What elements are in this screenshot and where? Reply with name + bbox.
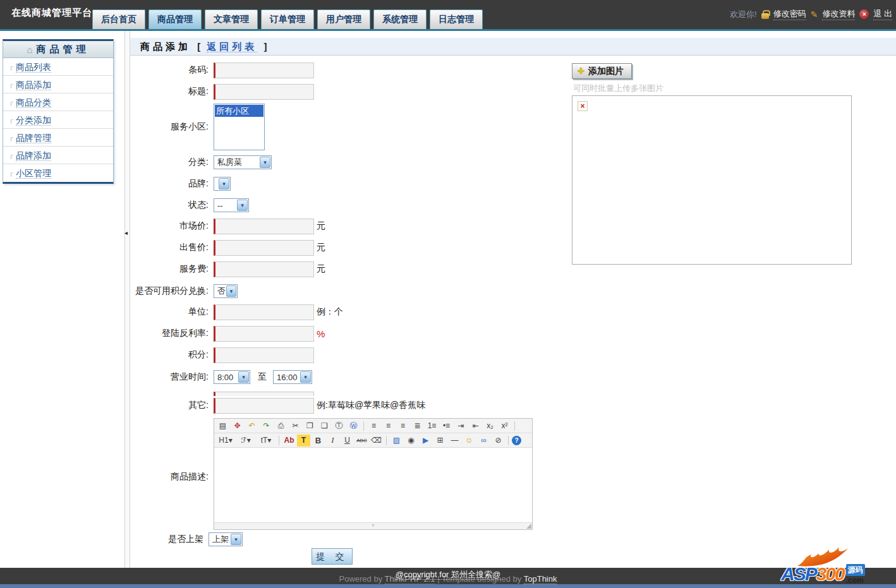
heading-icon[interactable]: H1▾: [216, 435, 235, 447]
points-input[interactable]: [214, 347, 314, 363]
image-icon[interactable]: ▧: [390, 435, 403, 447]
points-exchange-label: 是否可用积分兑换:: [0, 285, 214, 297]
title-input[interactable]: [214, 84, 314, 100]
table-icon[interactable]: ⊞: [433, 435, 447, 447]
change-password-link[interactable]: 修改密码: [773, 8, 806, 20]
link-icon[interactable]: ∞: [477, 435, 490, 447]
row-market-price: 市场价: 元: [0, 218, 325, 234]
toolbar-separator: [514, 421, 515, 431]
help-icon[interactable]: ?: [512, 436, 521, 445]
nav-tab[interactable]: 系统管理: [373, 9, 427, 29]
watermark-300: 300: [816, 563, 844, 585]
other-input[interactable]: [214, 398, 314, 414]
rebate-input[interactable]: [214, 326, 314, 342]
outdent-icon[interactable]: ⇤: [469, 420, 482, 432]
description-textarea[interactable]: [214, 448, 532, 522]
superscript-icon[interactable]: x²: [498, 420, 511, 432]
nav-tabs: 后台首页 商品管理 文章管理 订单管理 用户管理 系统管理 日志管理: [92, 9, 483, 29]
emoticon-icon[interactable]: ☺: [463, 435, 476, 447]
media-icon[interactable]: ▶: [419, 435, 432, 447]
service-area-listbox[interactable]: 所有小区: [214, 104, 265, 150]
paste-text-icon[interactable]: Ⓣ: [332, 420, 346, 432]
sale-price-input[interactable]: [214, 240, 314, 256]
nav-underline: [0, 29, 896, 31]
toolbar-separator: [508, 436, 509, 445]
unordered-list-icon[interactable]: •≡: [440, 420, 453, 432]
category-select[interactable]: 私房菜 ▾: [214, 155, 272, 169]
description-label: 商品描述:: [0, 471, 214, 483]
align-justify-icon[interactable]: ≣: [411, 420, 424, 432]
row-status: 状态: -- ▾: [0, 197, 249, 213]
ordered-list-icon[interactable]: 1≡: [425, 420, 439, 432]
submit-button[interactable]: 提 交: [312, 548, 353, 565]
copy-icon[interactable]: ❐: [303, 420, 317, 432]
hours-to-value: 16:00: [277, 373, 298, 382]
redo-icon[interactable]: ↷: [260, 420, 273, 432]
listbox-option-selected[interactable]: 所有小区: [215, 105, 263, 117]
nav-tab[interactable]: 商品管理: [148, 9, 202, 29]
hr-icon[interactable]: —: [448, 435, 461, 447]
unlink-icon[interactable]: ⊘: [492, 435, 505, 447]
subscript-icon[interactable]: x₂: [483, 420, 497, 432]
nav-tab[interactable]: 订单管理: [261, 9, 314, 29]
editor-statusbar: ÷: [214, 522, 532, 529]
header-bar: 在线商城管理平台 后台首页 商品管理 文章管理 订单管理 用户管理 系统管理 日…: [0, 0, 896, 29]
nav-tab[interactable]: 日志管理: [430, 9, 483, 29]
align-left-icon[interactable]: ≡: [367, 420, 380, 432]
undo-icon[interactable]: ↶: [245, 420, 258, 432]
row-barcode: 条码:: [0, 62, 314, 78]
nav-tab[interactable]: 用户管理: [317, 9, 370, 29]
status-select[interactable]: -- ▾: [214, 198, 249, 212]
flash-icon[interactable]: ◉: [404, 435, 418, 447]
service-fee-input[interactable]: [214, 261, 314, 277]
indent-icon[interactable]: ⇥: [454, 420, 468, 432]
nav-tab[interactable]: 文章管理: [205, 9, 258, 29]
onshelf-select[interactable]: 上架 ▾: [209, 532, 243, 546]
source-icon[interactable]: ▤: [216, 420, 229, 432]
fullscreen-icon[interactable]: ✥: [231, 420, 244, 432]
resize-handle-icon[interactable]: ÷: [372, 522, 375, 529]
highlight-icon[interactable]: T: [297, 435, 310, 447]
print-icon[interactable]: ⎙: [274, 420, 288, 432]
cut-icon[interactable]: ✂: [289, 420, 302, 432]
chevron-down-icon: ▾: [231, 534, 241, 545]
back-to-list-link[interactable]: 返回列表: [207, 41, 257, 52]
hours-from-select[interactable]: 8:00 ▾: [214, 370, 250, 384]
user-bar: 欢迎你! 修改密码 ✎ 修改资料 × 退 出: [730, 8, 892, 20]
barcode-input[interactable]: [214, 63, 314, 78]
hours-to-select[interactable]: 16:00 ▾: [273, 370, 312, 384]
percent-suffix: %: [317, 328, 325, 339]
chevron-down-icon: ▾: [237, 200, 248, 211]
add-image-button[interactable]: ✚ 添加图片: [572, 63, 632, 79]
chevron-down-icon: ▾: [226, 285, 236, 297]
logout-link[interactable]: 退 出: [873, 8, 892, 20]
italic-icon[interactable]: I: [326, 435, 339, 447]
sidebar-header: ⌂ 商品管理: [3, 41, 113, 58]
font-family-icon[interactable]: ℱ▾: [236, 435, 255, 447]
align-right-icon[interactable]: ≡: [396, 420, 409, 432]
font-size-icon[interactable]: tT▾: [257, 435, 275, 447]
paste-word-icon[interactable]: Ⓦ: [347, 420, 360, 432]
nav-tab[interactable]: 后台首页: [92, 9, 145, 29]
barcode-label: 条码:: [0, 64, 214, 76]
points-exchange-select[interactable]: 否 ▾: [214, 284, 238, 298]
underline-icon[interactable]: U: [341, 435, 354, 447]
brand-select[interactable]: ▾: [214, 177, 231, 191]
market-price-input[interactable]: [214, 219, 314, 234]
row-other: 其它: 例:草莓味@苹果味@香蕉味: [0, 397, 425, 414]
sidebar-title: 商品管理: [37, 44, 90, 56]
other-label: 其它:: [0, 400, 214, 411]
image-upload-area: ×: [572, 95, 852, 265]
font-color-icon[interactable]: Ab: [282, 435, 296, 447]
paste-icon[interactable]: ❏: [318, 420, 331, 432]
row-unit: 单位: 例：个: [0, 304, 343, 320]
remove-format-icon[interactable]: ⌫: [370, 435, 383, 447]
row-title: 标题:: [0, 83, 314, 100]
category-label: 分类:: [0, 157, 214, 168]
align-center-icon[interactable]: ≡: [382, 420, 395, 432]
strikethrough-icon[interactable]: ABC: [355, 435, 368, 447]
corner-resize-grip[interactable]: [526, 524, 531, 529]
edit-profile-link[interactable]: 修改资料: [822, 8, 855, 20]
bold-icon[interactable]: B: [312, 435, 325, 447]
unit-input[interactable]: [214, 304, 314, 320]
